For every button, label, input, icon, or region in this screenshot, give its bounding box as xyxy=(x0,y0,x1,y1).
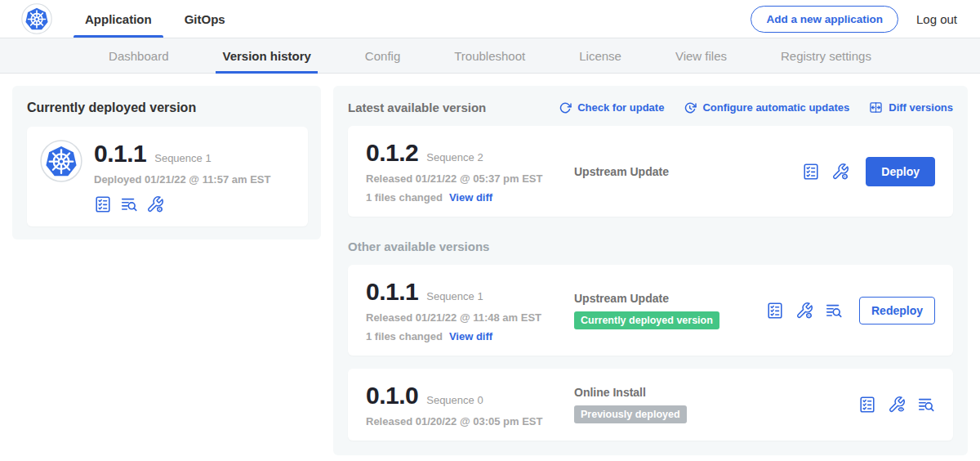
config-wrench-gear-icon[interactable] xyxy=(146,195,164,213)
check-for-update-label: Check for update xyxy=(577,101,664,114)
preflight-checklist-icon[interactable] xyxy=(94,195,112,213)
files-changed: 1 files changed xyxy=(366,330,443,342)
kubernetes-app-icon xyxy=(40,140,82,182)
top-bar: Application GitOps Add a new application… xyxy=(0,0,980,38)
deploy-logs-icon[interactable] xyxy=(825,302,843,320)
configure-automatic-updates-label: Configure automatic updates xyxy=(702,101,849,114)
subnav-config[interactable]: Config xyxy=(359,38,407,73)
view-config-wrench-eye-icon[interactable] xyxy=(888,396,906,414)
view-diff-link[interactable]: View diff xyxy=(449,330,492,342)
deployed-version-info: 0.1.1 Sequence 1 Deployed 01/21/22 @ 11:… xyxy=(94,140,270,213)
subnav-version-history[interactable]: Version history xyxy=(216,38,317,73)
version-sequence: Sequence 0 xyxy=(426,394,483,406)
deploy-logs-icon[interactable] xyxy=(120,195,138,213)
currently-deployed-panel: Currently deployed version xyxy=(12,86,321,239)
redeploy-button[interactable]: Redeploy xyxy=(859,297,935,324)
version-source: Upstream Update xyxy=(574,165,802,178)
preflight-checklist-icon[interactable] xyxy=(802,163,820,181)
subnav-troubleshoot[interactable]: Troubleshoot xyxy=(448,38,532,73)
version-card-0-1-1: 0.1.1 Sequence 1 Released 01/21/22 @ 11:… xyxy=(348,265,953,356)
previously-deployed-badge: Previously deployed xyxy=(574,405,687,423)
files-changed: 1 files changed xyxy=(366,191,443,204)
config-wrench-gear-icon[interactable] xyxy=(795,302,813,320)
logout-button[interactable]: Log out xyxy=(916,12,957,26)
tab-application[interactable]: Application xyxy=(74,0,163,38)
subnav-view-files[interactable]: View files xyxy=(669,38,733,73)
version-actions: Check for update Configure automatic upd… xyxy=(559,101,953,114)
released-timestamp: Released 01/21/22 @ 11:48 am EST xyxy=(366,311,574,324)
version-sequence: Sequence 1 xyxy=(426,290,483,302)
other-versions-title: Other available versions xyxy=(348,239,953,253)
released-timestamp: Released 01/20/22 @ 03:05 pm EST xyxy=(366,415,574,427)
topbar-right: Add a new application Log out xyxy=(751,6,957,33)
configure-automatic-updates-link[interactable]: Configure automatic updates xyxy=(684,101,849,114)
subnav-dashboard[interactable]: Dashboard xyxy=(102,38,175,73)
add-application-button[interactable]: Add a new application xyxy=(751,6,898,33)
tab-gitops-label: GitOps xyxy=(185,12,225,26)
tab-gitops[interactable]: GitOps xyxy=(173,0,237,38)
version-card-0-1-2: 0.1.2 Sequence 2 Released 01/21/22 @ 05:… xyxy=(348,126,953,217)
subnav-registry-settings[interactable]: Registry settings xyxy=(774,38,878,73)
preflight-checklist-icon[interactable] xyxy=(766,302,784,320)
preflight-checklist-icon[interactable] xyxy=(858,396,876,414)
version-number: 0.1.2 xyxy=(366,139,418,167)
diff-versions-link[interactable]: Diff versions xyxy=(869,101,953,114)
deployed-version-card: 0.1.1 Sequence 1 Deployed 01/21/22 @ 11:… xyxy=(27,127,308,226)
currently-deployed-title: Currently deployed version xyxy=(27,101,308,115)
version-number: 0.1.0 xyxy=(366,382,418,410)
version-card-0-1-0: 0.1.0 Sequence 0 Released 01/20/22 @ 03:… xyxy=(348,369,953,441)
view-diff-link[interactable]: View diff xyxy=(449,191,492,204)
app-subnav: Dashboard Version history Config Trouble… xyxy=(0,38,980,74)
deployed-sequence: Sequence 1 xyxy=(154,152,211,164)
auto-update-clock-icon xyxy=(684,101,697,114)
deployed-version-number: 0.1.1 xyxy=(94,140,146,168)
latest-available-title: Latest available version xyxy=(348,101,486,114)
released-timestamp: Released 01/21/22 @ 05:37 pm EST xyxy=(366,172,574,185)
version-source: Online Install xyxy=(574,386,858,399)
tab-application-label: Application xyxy=(85,12,152,26)
currently-deployed-badge: Currently deployed version xyxy=(574,311,719,329)
deployed-timestamp: Deployed 01/21/22 @ 11:57 am EST xyxy=(94,173,270,186)
kubernetes-logo-icon xyxy=(21,3,52,34)
refresh-icon xyxy=(559,101,572,114)
version-history-panel: Latest available version Check for updat… xyxy=(333,86,968,455)
check-for-update-link[interactable]: Check for update xyxy=(559,101,664,114)
deploy-logs-icon[interactable] xyxy=(917,396,935,414)
version-source: Upstream Update xyxy=(574,292,766,305)
top-tabs: Application GitOps xyxy=(74,0,247,38)
diff-versions-label: Diff versions xyxy=(889,101,953,114)
diff-icon xyxy=(869,101,883,114)
config-wrench-gear-icon[interactable] xyxy=(831,163,849,181)
subnav-license[interactable]: License xyxy=(572,38,628,73)
version-sequence: Sequence 2 xyxy=(426,151,483,163)
deploy-button[interactable]: Deploy xyxy=(866,157,935,186)
version-number: 0.1.1 xyxy=(366,278,418,306)
main-content: Currently deployed version xyxy=(0,74,980,461)
